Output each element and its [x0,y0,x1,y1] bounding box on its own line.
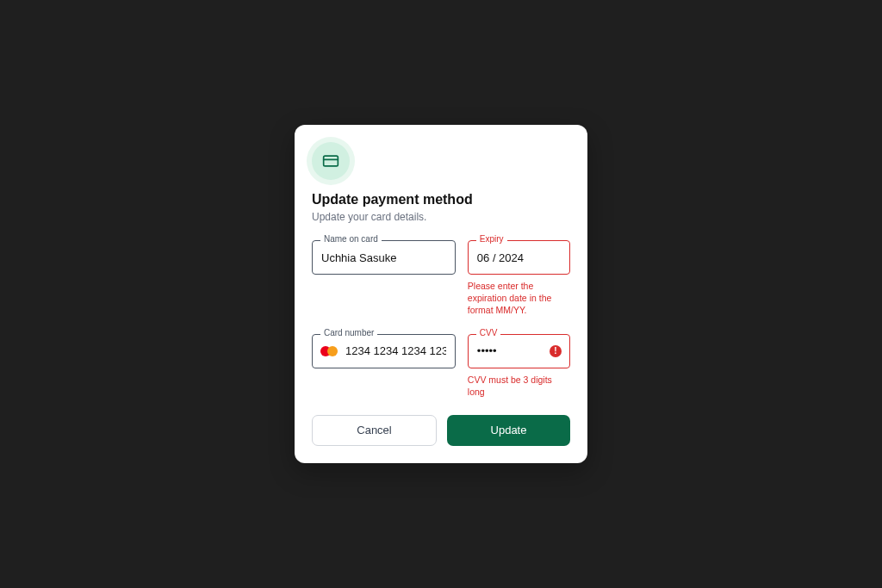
cvv-field: CVV CVV must be 3 digits long [468,334,570,398]
mastercard-icon [320,345,339,357]
cvv-label: CVV [476,328,501,337]
name-input[interactable] [312,240,456,275]
payment-modal: Update payment method Update your card d… [295,125,587,463]
cancel-button[interactable]: Cancel [312,415,437,446]
name-field: Name on card [312,240,456,275]
expiry-error: Please enter the expiration date in the … [468,280,570,317]
modal-title: Update payment method [312,192,570,207]
expiry-label: Expiry [476,234,507,244]
cvv-error: CVV must be 3 digits long [468,374,570,398]
button-row: Cancel Update [312,415,570,446]
name-label: Name on card [320,234,382,244]
card-number-label: Card number [320,328,377,337]
alert-icon [550,345,562,357]
card-number-field: Card number [312,334,456,368]
expiry-input[interactable] [468,240,570,275]
card-icon-badge [312,142,350,180]
svg-rect-0 [324,156,339,166]
expiry-field: Expiry Please enter the expiration date … [468,240,570,317]
credit-card-icon [322,152,339,170]
modal-subtitle: Update your card details. [312,211,570,223]
update-button[interactable]: Update [447,415,570,446]
